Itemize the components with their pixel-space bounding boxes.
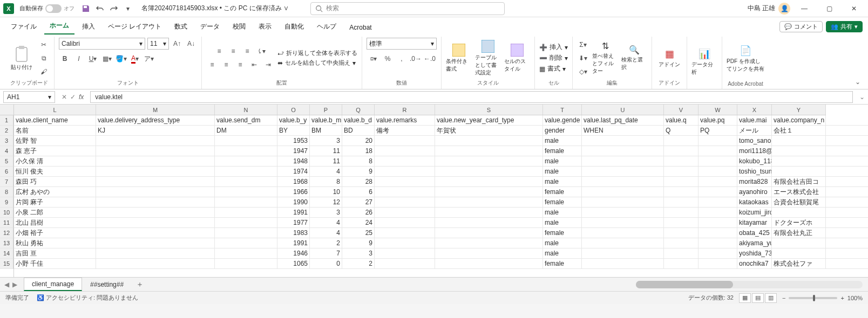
merge-center-button[interactable]: ⬌セルを結合して中央揃え▾ xyxy=(277,59,356,67)
horizontal-scrollbar[interactable] xyxy=(636,281,863,288)
cell[interactable]: value.send_dm xyxy=(215,115,277,125)
cell[interactable] xyxy=(96,187,215,197)
cell[interactable] xyxy=(375,238,435,248)
cell[interactable] xyxy=(699,177,737,186)
redo-icon[interactable] xyxy=(108,3,120,15)
cell[interactable]: value.client_name xyxy=(14,115,96,125)
cell[interactable]: value.b_d xyxy=(342,115,375,125)
cell[interactable] xyxy=(664,228,699,238)
cell[interactable]: value.last_pq_date xyxy=(582,115,664,125)
cell[interactable] xyxy=(664,167,699,176)
cell[interactable] xyxy=(582,187,664,197)
cell[interactable]: tomo_sano@example.net xyxy=(737,136,772,146)
cell[interactable]: 9 xyxy=(342,238,375,248)
cell[interactable]: メール xyxy=(737,126,772,135)
cell[interactable] xyxy=(699,218,737,227)
cell[interactable] xyxy=(699,259,737,268)
cell[interactable] xyxy=(664,156,699,166)
cell[interactable]: 1991 xyxy=(277,208,310,217)
cell[interactable] xyxy=(215,259,277,268)
format-painter-button[interactable]: 🖌 xyxy=(38,66,50,78)
cell[interactable]: 7 xyxy=(310,248,342,258)
tab-formulas[interactable]: 数式 xyxy=(169,19,193,34)
comma-icon[interactable]: , xyxy=(396,53,408,65)
row-header[interactable]: 1 xyxy=(0,115,13,126)
cell[interactable]: 12 xyxy=(310,197,342,207)
search-input[interactable]: 検索 xyxy=(310,2,505,15)
sheet-next-icon[interactable]: ▶ xyxy=(12,281,17,288)
orientation-icon[interactable]: ⤹▾ xyxy=(255,45,267,57)
cell[interactable] xyxy=(96,136,215,146)
increase-decimal-icon[interactable]: .0→ xyxy=(410,53,422,65)
wrap-text-button[interactable]: ⮐折り返して全体を表示する xyxy=(277,49,357,57)
cell[interactable]: Q xyxy=(664,126,699,135)
tab-view[interactable]: 表示 xyxy=(253,19,277,34)
close-button[interactable]: ✕ xyxy=(843,1,865,16)
cell[interactable]: DM xyxy=(215,126,277,135)
addins-button[interactable]: ▦アドイン xyxy=(656,48,682,68)
cell[interactable] xyxy=(582,218,664,227)
cell[interactable] xyxy=(772,136,826,146)
align-left-icon[interactable]: ≡ xyxy=(206,59,218,71)
row-header[interactable]: 9 xyxy=(0,197,13,208)
autosum-icon[interactable]: Σ▾ xyxy=(577,39,589,51)
cell[interactable] xyxy=(699,238,737,248)
percent-icon[interactable]: % xyxy=(382,53,394,65)
cell[interactable]: 8 xyxy=(342,156,375,166)
cell[interactable]: male xyxy=(543,136,582,146)
cell[interactable] xyxy=(96,197,215,207)
zoom-level[interactable]: 100% xyxy=(847,295,863,301)
cell[interactable]: 小泉 二郎 xyxy=(14,208,96,217)
cell[interactable]: 有限会社吉田コ xyxy=(772,177,826,186)
column-header[interactable]: R xyxy=(375,105,435,115)
cell[interactable]: male xyxy=(543,177,582,186)
tab-file[interactable]: ファイル xyxy=(5,19,42,34)
cell[interactable]: 1968 xyxy=(277,177,310,186)
cell[interactable]: kokubo_118@example.org xyxy=(737,156,772,166)
share-button[interactable]: 👥 共有 ▾ xyxy=(826,21,863,32)
cell[interactable]: female xyxy=(543,228,582,238)
cell[interactable]: male xyxy=(543,238,582,248)
cell[interactable] xyxy=(699,156,737,166)
cell[interactable] xyxy=(375,177,435,186)
cell[interactable]: 株式会社ファ xyxy=(772,259,826,268)
cell[interactable]: BM xyxy=(310,126,342,135)
cell[interactable] xyxy=(96,208,215,217)
cell[interactable]: 10 xyxy=(310,187,342,197)
cell[interactable] xyxy=(96,248,215,258)
column-header[interactable]: T xyxy=(543,105,582,115)
zoom-slider[interactable] xyxy=(789,297,837,299)
cell[interactable]: 24 xyxy=(342,218,375,227)
cell[interactable] xyxy=(699,167,737,176)
cell[interactable] xyxy=(96,167,215,176)
comments-button[interactable]: 💬 コメント xyxy=(779,21,823,32)
cell[interactable] xyxy=(375,259,435,268)
align-center-icon[interactable]: ≡ xyxy=(220,59,232,71)
cell[interactable] xyxy=(215,248,277,258)
row-header[interactable]: 10 xyxy=(0,208,13,218)
cell[interactable] xyxy=(664,146,699,156)
sheet-tab-setting[interactable]: ##setting## xyxy=(82,278,132,291)
cell[interactable] xyxy=(664,238,699,248)
cell[interactable] xyxy=(582,146,664,156)
cell[interactable]: yoshida_73@example.org xyxy=(737,248,772,258)
underline-button[interactable]: U▾ xyxy=(87,53,99,65)
cell[interactable]: 9 xyxy=(342,167,375,176)
cell[interactable] xyxy=(772,146,826,156)
cell[interactable]: 小野 千佳 xyxy=(14,259,96,268)
scrollbar-thumb[interactable] xyxy=(636,281,733,288)
cell[interactable]: 広村 あやの xyxy=(14,187,96,197)
page-break-view-icon[interactable]: ▥ xyxy=(765,293,777,303)
cell[interactable] xyxy=(435,167,543,176)
cell[interactable]: 3 xyxy=(310,136,342,146)
cell[interactable] xyxy=(435,259,543,268)
clear-icon[interactable]: ◇▾ xyxy=(577,66,589,78)
cell[interactable]: female xyxy=(543,187,582,197)
tab-help[interactable]: ヘルプ xyxy=(311,19,342,34)
cell[interactable]: ayanohiro xyxy=(737,187,772,197)
cell[interactable]: gender xyxy=(543,126,582,135)
cell[interactable] xyxy=(582,228,664,238)
paste-button[interactable]: 貼り付け xyxy=(9,45,35,71)
cell[interactable] xyxy=(96,238,215,248)
column-header[interactable]: X xyxy=(737,105,772,115)
